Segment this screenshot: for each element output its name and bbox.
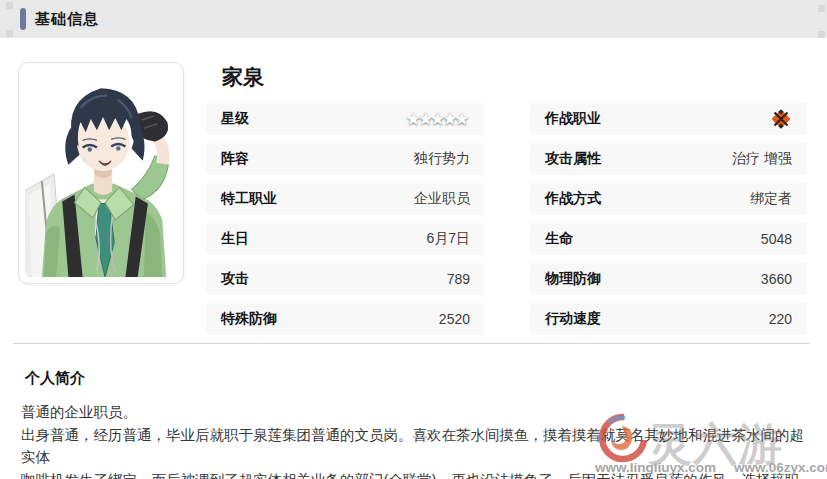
- support-class-icon: [770, 108, 792, 130]
- stats-col-left: 星级 ★★★★★ 阵容 独行势力 特工职业 企业职员 生日 6月7日 攻击 78…: [206, 103, 485, 335]
- watermark-tile-marker: [818, 5, 825, 12]
- stat-label: 阵容: [221, 150, 249, 168]
- stat-value: 5048: [761, 231, 792, 247]
- profile-line: 咖啡机发生了绑定，而后被调到了超实体相关业务的部门(全联堂)。再也没法摸鱼了。后…: [21, 469, 815, 479]
- stat-row: 作战职业: [530, 103, 807, 135]
- stat-row: 生日 6月7日: [206, 223, 485, 255]
- stat-label: 特殊防御: [221, 310, 277, 328]
- stat-row: 阵容 独行势力: [206, 143, 485, 175]
- stat-row: 特殊防御 2520: [206, 303, 485, 335]
- header-accent-bar: [20, 8, 26, 30]
- stat-value: 企业职员: [414, 190, 470, 208]
- stat-row: 作战方式 绑定者: [530, 183, 807, 215]
- stat-label: 星级: [221, 110, 249, 128]
- section-header: 基础信息: [0, 0, 827, 38]
- stat-row: 攻击 789: [206, 263, 485, 295]
- stat-label: 作战方式: [545, 190, 601, 208]
- stat-row: 行动速度 220: [530, 303, 807, 335]
- profile-line: 普通的企业职员。: [21, 401, 815, 424]
- stat-label: 物理防御: [545, 270, 601, 288]
- stat-label: 行动速度: [545, 310, 601, 328]
- character-portrait: [25, 69, 177, 277]
- stat-label: 攻击属性: [545, 150, 601, 168]
- watermark-tile-marker: [6, 30, 13, 37]
- stat-value: 789: [447, 271, 470, 287]
- stat-value: 6月7日: [426, 230, 470, 248]
- profile-line: 出身普通，经历普通，毕业后就职于泉莲集团普通的文员岗。喜欢在茶水间摸鱼，摸着摸着…: [21, 424, 815, 469]
- stat-label: 生命: [545, 230, 573, 248]
- stat-value: 2520: [439, 311, 470, 327]
- stat-row: 星级 ★★★★★: [206, 103, 485, 135]
- star-icon: ★: [454, 108, 470, 130]
- profile-paragraph: 普通的企业职员。 出身普通，经历普通，毕业后就职于泉莲集团普通的文员岗。喜欢在茶…: [21, 401, 815, 479]
- page-root: 基础信息: [0, 0, 827, 479]
- character-name: 家泉: [222, 63, 264, 91]
- portrait-card: [18, 62, 184, 284]
- stat-value: 治疗 增强: [732, 150, 792, 168]
- profile-heading: 个人简介: [25, 369, 85, 388]
- stat-value: 绑定者: [750, 190, 792, 208]
- stat-row: 特工职业 企业职员: [206, 183, 485, 215]
- stat-label: 生日: [221, 230, 249, 248]
- star-rating: ★★★★★: [409, 108, 470, 130]
- page-title: 基础信息: [35, 10, 99, 29]
- stat-label: 作战职业: [545, 110, 601, 128]
- watermark-tile-marker: [6, 2, 13, 9]
- stat-value: 独行势力: [414, 150, 470, 168]
- stat-value: 3660: [761, 271, 792, 287]
- stat-row: 生命 5048: [530, 223, 807, 255]
- stat-label: 攻击: [221, 270, 249, 288]
- stat-row: 物理防御 3660: [530, 263, 807, 295]
- stat-row: 攻击属性 治疗 增强: [530, 143, 807, 175]
- stat-value: [770, 108, 792, 130]
- stats-col-right: 作战职业 攻击属性 治疗 增强 作战方式 绑定者 生命 5048 物理防御 36…: [530, 103, 807, 335]
- stat-value: 220: [769, 311, 792, 327]
- stat-label: 特工职业: [221, 190, 277, 208]
- section-divider: [13, 343, 810, 344]
- watermark-tile-marker: [818, 31, 825, 38]
